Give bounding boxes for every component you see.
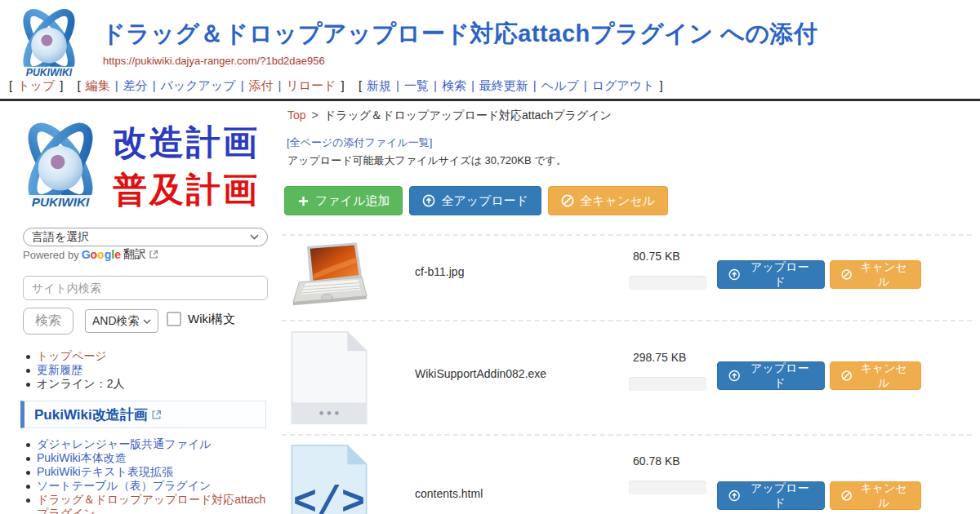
bracket: ] bbox=[341, 78, 345, 92]
file-name: WikiSupportAddin082.exe bbox=[415, 367, 546, 380]
add-files-label: ファイル追加 bbox=[315, 193, 390, 209]
site-search-input[interactable] bbox=[23, 276, 268, 300]
separator: | bbox=[533, 78, 537, 92]
page-url-link[interactable]: https://pukiwiki.dajya-ranger.com/?1bd2d… bbox=[103, 55, 325, 67]
ban-icon bbox=[841, 490, 852, 502]
upload-button[interactable]: アップロード bbox=[717, 481, 825, 510]
cancel-button[interactable]: キャンセル bbox=[830, 361, 921, 390]
upload-all-label: 全アップロード bbox=[441, 193, 528, 209]
upload-progress-bar bbox=[629, 276, 706, 290]
pukiwiki-logo[interactable]: PUKIWIKI bbox=[10, 4, 88, 82]
cancel-button[interactable]: キャンセル bbox=[830, 481, 921, 510]
breadcrumb: Top>ドラッグ＆ドロップアップロード対応attachプラグイン bbox=[287, 109, 612, 123]
wiki-syntax-checkbox[interactable] bbox=[167, 312, 181, 326]
sidebar-link-text-ext[interactable]: PukiWikiテキスト表現拡張 bbox=[37, 465, 173, 478]
file-name: contents.html bbox=[415, 487, 483, 500]
translate-link[interactable]: 翻訳 bbox=[123, 247, 146, 262]
ban-icon bbox=[841, 268, 852, 281]
circle-arrow-up-icon bbox=[422, 194, 435, 207]
nav-item-reload[interactable]: リロード bbox=[286, 78, 336, 92]
nav-item-top[interactable]: トップ bbox=[17, 78, 55, 92]
upload-label: アップロード bbox=[746, 260, 813, 290]
slogan-line-kaizo: 改造計画 bbox=[113, 124, 260, 162]
upload-button[interactable]: アップロード bbox=[717, 260, 825, 289]
sidebar-section-heading-box: PukiWiki改造計画 bbox=[20, 401, 266, 428]
ban-icon bbox=[561, 194, 574, 207]
slogan-line-fukyu: 普及計画 bbox=[113, 171, 260, 209]
wiki-syntax-label: Wiki構文 bbox=[188, 312, 235, 327]
external-link-icon bbox=[151, 410, 162, 420]
add-files-button[interactable]: ファイル追加 bbox=[284, 186, 403, 215]
language-select[interactable]: 言語を選択 bbox=[23, 228, 268, 246]
breadcrumb-separator: > bbox=[312, 109, 318, 122]
sidebar-link-common-files[interactable]: ダジャレンジャー版共通ファイル bbox=[37, 437, 212, 450]
google-logo: Google bbox=[82, 248, 121, 261]
svg-text:</>: </> bbox=[293, 481, 366, 514]
breadcrumb-top-link[interactable]: Top bbox=[287, 109, 306, 122]
nav-item-edit[interactable]: 編集 bbox=[86, 78, 110, 92]
file-row: </> contents.html 60.78 KB アップロード キャンセル bbox=[282, 434, 972, 514]
upload-all-button[interactable]: 全アップロード bbox=[409, 186, 541, 215]
sidebar-link-core-mod[interactable]: PukiWiki本体改造 bbox=[37, 451, 127, 464]
chevron-down-icon bbox=[250, 234, 259, 240]
sidebar-section-heading-link[interactable]: PukiWiki改造計画 bbox=[34, 405, 148, 424]
nav-item-help[interactable]: ヘルプ bbox=[541, 78, 579, 92]
cancel-label: キャンセル bbox=[858, 260, 910, 290]
atom-logo-icon: PUKIWIKI bbox=[10, 4, 88, 84]
search-mode-select[interactable]: AND検索 bbox=[85, 309, 158, 333]
top-navbar: [トップ] [編集|差分|バックアップ|添付|リロード] [新規|一覧|検索|最… bbox=[7, 78, 666, 94]
language-select-value: 言語を選択 bbox=[32, 230, 89, 245]
header-divider bbox=[0, 99, 980, 101]
separator: | bbox=[153, 78, 156, 92]
online-count: オンライン：2人 bbox=[37, 377, 124, 390]
cancel-all-button[interactable]: 全キャンセル bbox=[548, 186, 668, 215]
sidebar-logo-slogan: 改造計画 普及計画 bbox=[113, 124, 260, 209]
sidebar-atom-logo-icon: PUKIWIKI bbox=[11, 113, 109, 220]
nav-item-diff[interactable]: 差分 bbox=[123, 78, 148, 92]
nav-item-logout[interactable]: ログアウト bbox=[592, 78, 655, 92]
all-pages-attach-list-link[interactable]: [全ページの添付ファイル一覧] bbox=[287, 135, 432, 150]
sidebar-link-toppage[interactable]: トップページ bbox=[37, 349, 107, 362]
upload-progress-bar bbox=[629, 481, 706, 494]
cancel-label: キャンセル bbox=[858, 361, 910, 391]
sidebar-link-sort-table[interactable]: ソートテーブル（表）プラグイン bbox=[37, 479, 211, 492]
separator: | bbox=[584, 78, 587, 92]
nav-item-backup[interactable]: バックアップ bbox=[161, 78, 236, 92]
bracket: ] bbox=[659, 78, 662, 92]
upload-button[interactable]: アップロード bbox=[717, 361, 825, 390]
generic-file-icon bbox=[290, 330, 368, 429]
powered-by-label: Powered by bbox=[23, 249, 79, 261]
page-title: ドラッグ＆ドロップアップロード対応attachプラグイン への添付 bbox=[101, 18, 818, 51]
external-link-icon bbox=[149, 250, 158, 259]
plus-icon bbox=[297, 195, 310, 207]
google-translate-attribution: Powered by Google 翻訳 bbox=[23, 247, 158, 262]
sidebar-link-history[interactable]: 更新履歴 bbox=[37, 363, 82, 376]
file-size: 80.75 KB bbox=[633, 250, 680, 263]
nav-item-attach[interactable]: 添付 bbox=[249, 78, 274, 92]
cancel-label: キャンセル bbox=[858, 481, 910, 511]
file-size: 60.78 KB bbox=[633, 454, 680, 467]
sidebar-quick-links: トップページ 更新履歴 オンライン：2人 bbox=[24, 349, 124, 391]
nav-item-list[interactable]: 一覧 bbox=[404, 78, 429, 92]
separator: | bbox=[471, 78, 474, 92]
nav-item-search[interactable]: 検索 bbox=[442, 78, 466, 92]
bracket: [ bbox=[359, 78, 362, 92]
file-size: 298.75 KB bbox=[633, 351, 686, 364]
cancel-button[interactable]: キャンセル bbox=[830, 260, 921, 289]
nav-item-recent[interactable]: 最終更新 bbox=[479, 78, 528, 92]
search-mode-value: AND検索 bbox=[92, 314, 140, 329]
nav-item-new[interactable]: 新規 bbox=[367, 78, 391, 92]
sidebar-site-logo[interactable]: PUKIWIKI 改造計画 普及計画 bbox=[11, 113, 260, 220]
bracket: [ bbox=[78, 78, 81, 92]
circle-arrow-up-icon bbox=[728, 370, 740, 382]
sidebar-link-dnd-attach[interactable]: ドラッグ＆ドロップアップロード対応attachプラグイン bbox=[37, 493, 265, 514]
html-file-icon: </> bbox=[290, 443, 368, 514]
separator: | bbox=[434, 78, 437, 92]
file-row: cf-b11.jpg 80.75 KB アップロード キャンセル bbox=[282, 234, 972, 320]
upload-label: アップロード bbox=[746, 481, 813, 511]
upload-file-list: cf-b11.jpg 80.75 KB アップロード キャンセル bbox=[282, 234, 972, 514]
search-button[interactable]: 検索 bbox=[23, 308, 74, 335]
bracket: [ bbox=[9, 78, 12, 92]
bulk-action-toolbar: ファイル追加 全アップロード 全キャンセル bbox=[284, 186, 668, 215]
circle-arrow-up-icon bbox=[728, 490, 740, 502]
